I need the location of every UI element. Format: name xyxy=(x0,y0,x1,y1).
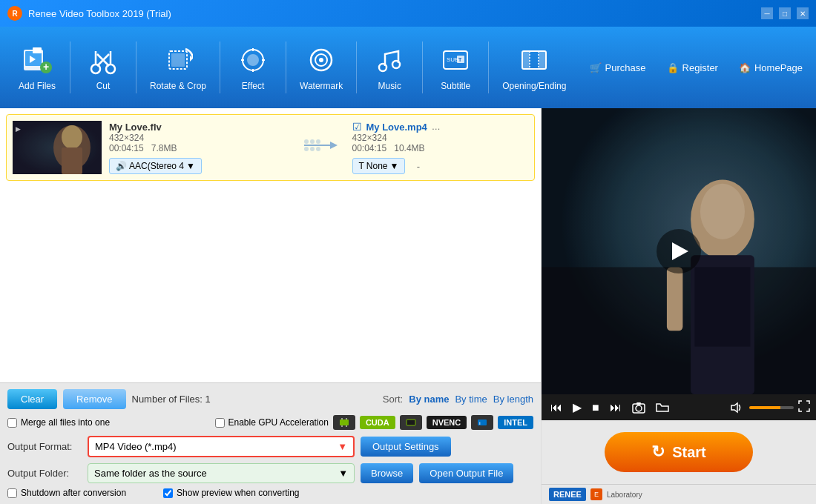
right-panel: ⏮ ▶ ■ ⏭ ↻ Start xyxy=(542,108,816,504)
sort-by-time[interactable]: By time xyxy=(455,394,487,405)
svg-rect-52 xyxy=(341,425,343,427)
remove-button[interactable]: Remove xyxy=(63,389,125,409)
watermark-icon xyxy=(305,44,338,76)
stop-button[interactable]: ■ xyxy=(589,399,602,416)
svg-point-25 xyxy=(392,61,400,68)
output-settings-button[interactable]: Output Settings xyxy=(361,437,451,457)
sort-section: Sort: By name By time By length xyxy=(383,394,533,405)
register-button[interactable]: 🔒 Register xyxy=(661,59,724,76)
cut-label: Cut xyxy=(96,81,111,91)
start-button[interactable]: ↻ Start xyxy=(605,432,753,472)
svg-rect-49 xyxy=(340,420,349,425)
toolbar-cut[interactable]: Cut xyxy=(73,34,133,101)
purchase-button[interactable]: 🛒 Purchase xyxy=(584,59,652,76)
start-label: Start xyxy=(672,444,706,461)
svg-point-66 xyxy=(636,405,642,411)
effect-label: Effect xyxy=(242,81,264,91)
cut-icon xyxy=(87,44,119,76)
shutdown-checkbox[interactable] xyxy=(7,488,17,498)
toolbar-watermark[interactable]: Watermark xyxy=(289,34,353,101)
gpu-checkbox[interactable] xyxy=(215,418,225,428)
merge-checkbox[interactable] xyxy=(7,418,17,428)
close-button[interactable]: ✕ xyxy=(797,7,809,19)
show-preview-checkbox[interactable] xyxy=(163,488,173,498)
screenshot-button[interactable] xyxy=(629,400,648,415)
sort-by-length[interactable]: By length xyxy=(493,394,533,405)
svg-rect-51 xyxy=(346,418,347,420)
toolbar-subtitle[interactable]: SUB T Subtitle xyxy=(426,34,485,101)
browse-button[interactable]: Browse xyxy=(361,463,413,483)
purchase-label: Purchase xyxy=(605,62,646,73)
subtitle-button[interactable]: T None ▼ xyxy=(352,158,406,174)
svg-text:+: + xyxy=(43,61,49,73)
toolbar-divider-1 xyxy=(70,42,70,93)
output-format-select[interactable]: MP4 Video (*.mp4) ▼ xyxy=(88,436,355,457)
output-extra: - xyxy=(417,161,420,172)
window-controls: ─ □ ✕ xyxy=(761,7,809,19)
output-more: … xyxy=(432,122,441,132)
intel-badge: INTEL xyxy=(498,416,533,429)
format-dropdown-icon: ▼ xyxy=(338,441,347,452)
file-source-info: My Love.flv 432×324 00:04:15 7.8MB 🔊 AAC… xyxy=(109,122,286,174)
shutdown-label: Shutdown after conversion xyxy=(21,488,126,498)
volume-button[interactable] xyxy=(727,400,745,415)
merge-row: Merge all files into one Enable GPU Acce… xyxy=(7,415,533,430)
file-item[interactable]: ▶ My Love.flv 432×324 00:04:15 7.8MB 🔊 xyxy=(6,114,535,181)
sort-by-name[interactable]: By name xyxy=(409,394,449,405)
start-section: ↻ Start xyxy=(542,420,816,484)
volume-slider[interactable] xyxy=(749,406,794,409)
play-pause-button[interactable]: ▶ xyxy=(570,399,585,416)
opening-ending-icon xyxy=(518,44,550,76)
svg-marker-68 xyxy=(731,403,737,412)
svg-rect-32 xyxy=(539,51,546,69)
add-files-icon: + xyxy=(21,44,53,76)
clear-button[interactable]: Clear xyxy=(7,389,57,409)
svg-rect-54 xyxy=(407,420,415,425)
fullscreen-button[interactable] xyxy=(798,400,810,414)
gpu-section: Enable GPU Acceleration CUDA NVENC i INT… xyxy=(215,415,534,430)
skip-forward-button[interactable]: ⏭ xyxy=(607,399,625,416)
add-files-label: Add Files xyxy=(19,81,56,91)
output-folder-select[interactable]: Same folder as the source ▼ xyxy=(88,463,355,483)
left-panel: ▶ My Love.flv 432×324 00:04:15 7.8MB 🔊 xyxy=(0,108,542,504)
skip-back-button[interactable]: ⏮ xyxy=(547,399,565,416)
open-folder-button[interactable] xyxy=(653,400,672,415)
toolbar-add-files[interactable]: + Add Files xyxy=(7,34,67,101)
maximize-button[interactable]: □ xyxy=(779,7,791,19)
app-title: Renee Video Toolbox 2019 (Trial) xyxy=(28,8,761,19)
register-label: Register xyxy=(682,62,718,73)
homepage-icon: 🏠 xyxy=(739,62,751,73)
toolbar-rotate-crop[interactable]: Rotate & Crop xyxy=(139,34,217,101)
audio-button[interactable]: 🔊 AAC(Stereo 4 ▼ xyxy=(109,158,202,174)
convert-arrow xyxy=(293,134,345,161)
toolbar-music[interactable]: Music xyxy=(360,34,419,101)
rotate-crop-icon xyxy=(162,44,194,76)
subtitle-dropdown-icon: ▼ xyxy=(390,161,399,171)
homepage-button[interactable]: 🏠 HomePage xyxy=(733,59,809,76)
gpu-checkbox-label[interactable]: Enable GPU Acceleration xyxy=(215,417,329,428)
toolbar-opening-ending[interactable]: Opening/Ending xyxy=(492,34,576,101)
folder-dropdown-icon: ▼ xyxy=(338,468,348,479)
bottom-controls: Clear Remove Number of Files: 1 Sort: By… xyxy=(0,382,541,504)
play-button-overlay[interactable] xyxy=(657,229,701,273)
show-preview-checkbox-label[interactable]: Show preview when converting xyxy=(163,488,299,498)
toolbar-divider-3 xyxy=(220,42,220,93)
source-dims: 432×324 xyxy=(109,133,286,143)
toolbar-divider-4 xyxy=(286,42,286,93)
shutdown-checkbox-label[interactable]: Shutdown after conversion xyxy=(7,488,126,498)
toolbar-divider-5 xyxy=(356,42,357,93)
title-bar: R Renee Video Toolbox 2019 (Trial) ─ □ ✕ xyxy=(0,0,816,27)
toolbar-effect[interactable]: Effect xyxy=(223,34,283,101)
svg-point-46 xyxy=(310,147,315,151)
sort-label: Sort: xyxy=(383,394,403,405)
open-output-button[interactable]: Open Output File xyxy=(419,463,513,483)
file-list-area: ▶ My Love.flv 432×324 00:04:15 7.8MB 🔊 xyxy=(0,108,541,382)
bottom-logo-bar: RENEE E Laboratory xyxy=(542,484,816,504)
svg-rect-39 xyxy=(13,121,102,174)
rotate-crop-label: Rotate & Crop xyxy=(150,81,206,91)
toolbar-right: 🛒 Purchase 🔒 Register 🏠 HomePage xyxy=(584,59,809,76)
video-scene xyxy=(542,108,816,394)
minimize-button[interactable]: ─ xyxy=(761,7,773,19)
merge-checkbox-label[interactable]: Merge all files into one xyxy=(7,417,110,428)
svg-point-44 xyxy=(304,147,309,151)
